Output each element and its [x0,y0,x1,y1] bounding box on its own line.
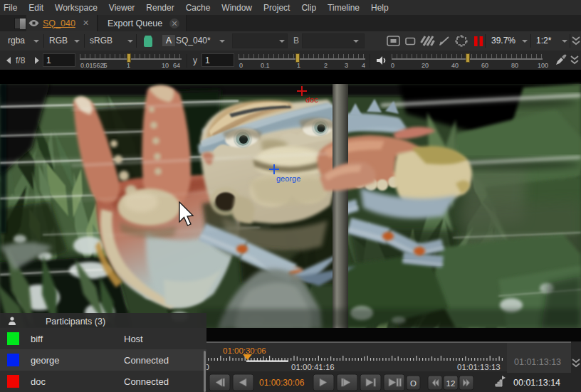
svg-text:12: 12 [446,379,456,388]
svg-text:doc: doc [305,95,318,104]
svg-text:O: O [410,379,417,388]
svg-text:george: george [276,174,300,183]
